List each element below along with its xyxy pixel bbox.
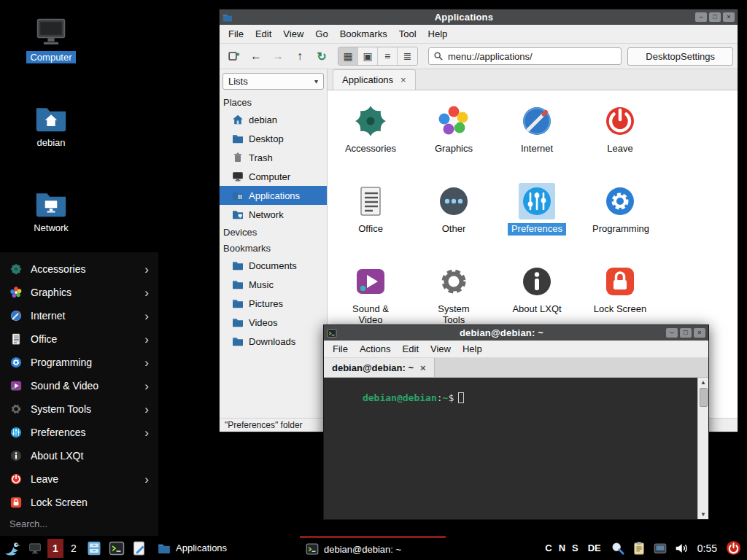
workspace-1-button[interactable]: 1 [47,539,63,558]
menu-view[interactable]: View [277,26,309,42]
grid-item-office[interactable]: Office [329,183,412,263]
keyboard-layout-indicator[interactable]: DE [588,542,601,553]
clock[interactable]: 0:55 [697,542,717,554]
menu-item-leave[interactable]: Leave › [0,467,158,491]
quicklaunch-file-manager[interactable] [84,537,104,559]
view-detailed-button[interactable]: ≣ [398,47,417,65]
fm-titlebar[interactable]: Applications – □ × [220,9,738,25]
menu-go[interactable]: Go [309,26,333,42]
menu-actions[interactable]: Actions [354,341,397,357]
task-applications[interactable]: Applications [152,536,298,560]
menu-item-graphics[interactable]: Graphics › [0,281,158,304]
menu-item-about-lxqt[interactable]: About LXQt [0,444,158,467]
menu-item-programming[interactable]: Programming › [0,351,158,374]
view-compact-button[interactable]: ≡ [378,47,398,65]
task-terminal[interactable]: debian@debian: ~ [300,536,446,560]
desktop-icon-label: Network [30,222,72,234]
desktop-icon-network[interactable]: Network [18,187,85,234]
grid-item-internet[interactable]: Internet [495,103,578,183]
sidebar-mode-value: Lists [228,76,248,87]
sidebar-item-trash[interactable]: Trash [220,148,327,167]
terminal-scrollbar[interactable]: ▲ ▼ [697,378,708,519]
menu-file[interactable]: File [222,26,249,42]
sidebar-item-music[interactable]: Music [220,275,327,294]
quicklaunch-terminal[interactable] [107,537,127,559]
menu-edit[interactable]: Edit [397,341,425,357]
menu-help[interactable]: Help [457,341,488,357]
terminal-output[interactable]: debian@debian:~$ ▲ ▼ [324,378,708,519]
maximize-button[interactable]: □ [680,328,692,338]
maximize-button[interactable]: □ [709,12,721,22]
screenshot-icon[interactable] [653,541,667,556]
numlock-indicator[interactable]: N [559,542,565,553]
desktop-settings-button[interactable]: DesktopSettings [627,47,733,66]
menu-item-lock-screen[interactable]: Lock Screen [0,491,158,514]
scrollbar-thumb[interactable] [700,388,708,407]
capslock-indicator[interactable]: C [545,542,551,553]
menu-item-sound-video[interactable]: Sound & Video › [0,374,158,397]
desktop-icon-debian[interactable]: debian [18,102,85,149]
menu-tool[interactable]: Tool [393,26,422,42]
tab-close-icon[interactable]: × [420,362,426,373]
new-tab-button[interactable] [224,47,244,66]
clipboard-icon[interactable] [632,541,646,556]
terminal-tab[interactable]: debian@debian: ~ × [324,358,435,377]
sidebar-item-debian[interactable]: debian [220,110,327,129]
menu-search[interactable] [0,514,158,534]
sidebar-item-videos[interactable]: Videos [220,313,327,332]
scrolllock-indicator[interactable]: S [572,542,578,553]
quicklaunch-text-editor[interactable] [129,537,150,559]
tab-close-icon[interactable]: × [400,74,406,85]
grid-item-programming[interactable]: Programming [578,183,662,263]
grid-item-graphics[interactable]: Graphics [412,103,495,183]
scroll-up-icon[interactable]: ▲ [700,378,706,387]
close-button[interactable]: × [694,328,705,338]
tab-applications[interactable]: Applications × [333,69,416,90]
magnifier-tray-icon[interactable] [611,541,625,556]
network-folder-icon [35,187,67,218]
path-bar[interactable]: menu://applications/ [428,47,622,65]
volume-icon[interactable] [674,541,689,556]
view-thumbnails-button[interactable]: ▣ [358,47,378,65]
menu-edit[interactable]: Edit [249,26,277,42]
desktop-icon-computer[interactable]: Computer [18,17,85,63]
menu-item-accessories[interactable]: Accessories › [0,257,158,281]
forward-button[interactable]: → [268,47,288,66]
workspace-2-button[interactable]: 2 [66,539,82,558]
up-button[interactable]: ↑ [290,47,310,66]
menu-view[interactable]: View [425,341,457,357]
sidebar-item-network[interactable]: Network [220,205,327,224]
show-desktop-button[interactable] [25,537,45,559]
sidebar-item-pictures[interactable]: Pictures [220,294,327,313]
menu-bookmarks[interactable]: Bookmarks [334,26,393,42]
power-button[interactable] [726,540,741,556]
submenu-arrow-icon: › [144,403,149,416]
sidebar-item-desktop[interactable]: Desktop [220,129,327,148]
menu-item-internet[interactable]: Internet › [0,304,158,327]
grid-item-other[interactable]: Other [412,183,495,263]
view-icons-button[interactable]: ▦ [338,47,358,65]
back-button[interactable]: ← [246,47,266,66]
search-input[interactable] [9,518,149,529]
close-button[interactable]: × [723,12,735,22]
refresh-button[interactable]: ↻ [311,47,332,66]
sidebar-item-downloads[interactable]: Downloads [220,332,327,351]
grid-item-accessories[interactable]: Accessories [329,103,412,183]
menu-file[interactable]: File [327,341,354,357]
minimize-button[interactable]: – [695,12,707,22]
sidebar-item-computer[interactable]: Computer [220,167,327,186]
menu-item-system-tools[interactable]: System Tools › [0,397,158,421]
menu-item-preferences[interactable]: Preferences › [0,421,158,444]
main-menu-button[interactable] [2,537,23,559]
sidebar-item-applications[interactable]: Applications [220,186,327,205]
minimize-button[interactable]: – [666,328,678,338]
scroll-down-icon[interactable]: ▼ [700,510,706,519]
sidebar-item-documents[interactable]: Documents [220,256,327,275]
lock-icon [9,496,23,509]
grid-item-preferences[interactable]: Preferences [495,183,578,263]
sidebar-mode-select[interactable]: Lists ▾ [222,73,324,90]
menu-item-office[interactable]: Office › [0,327,158,351]
menu-help[interactable]: Help [422,26,454,42]
terminal-titlebar[interactable]: debian@debian: ~ – □ × [324,325,708,341]
grid-item-leave[interactable]: Leave [578,103,662,183]
